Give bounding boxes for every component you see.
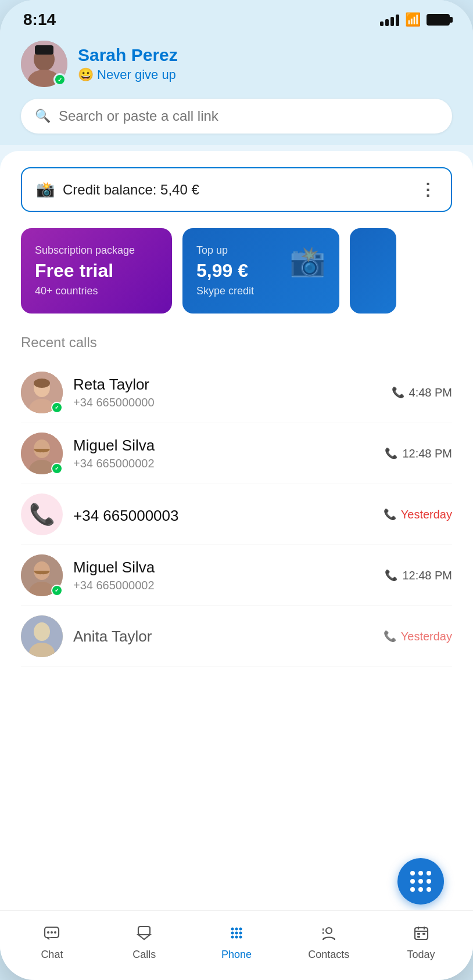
call-time: 📞 Yesterday (384, 508, 452, 521)
call-name: Miguel Silva (73, 437, 374, 455)
svg-rect-34 (322, 932, 324, 934)
call-missed-icon: 📞 (384, 630, 396, 643)
promo-card-header: Top up 5,99 € Skype credit 📸 (196, 244, 325, 297)
call-meta: 📞 4:48 PM (392, 386, 452, 399)
contacts-icon (321, 925, 337, 945)
call-number: +34 665000002 (73, 579, 374, 592)
call-number: +34 665000000 (73, 396, 381, 409)
recent-calls-title: Recent calls (21, 334, 452, 351)
call-avatar (21, 433, 63, 474)
call-meta: 📞 Yesterday (384, 630, 452, 643)
call-avatar (21, 554, 63, 596)
svg-marker-22 (138, 935, 150, 939)
call-avatar: 📞 (21, 493, 63, 535)
search-icon: 🔍 (35, 109, 51, 124)
profile-status: 😀 Never give up (78, 67, 178, 82)
promo-topup-sub: Top up (196, 244, 254, 257)
call-info: Reta Taylor +34 665000000 (73, 376, 381, 409)
svg-rect-41 (417, 936, 420, 938)
call-time: 📞 12:48 PM (385, 569, 452, 582)
call-item[interactable]: Miguel Silva +34 665000002 📞 12:48 PM (21, 545, 452, 606)
svg-point-31 (239, 935, 242, 938)
call-name: Anita Taylor (73, 628, 373, 646)
call-name: Miguel Silva (73, 559, 374, 577)
avatar[interactable] (21, 41, 67, 87)
status-icons: 📶 (380, 12, 450, 27)
svg-point-25 (239, 927, 242, 930)
search-bar[interactable]: 🔍 (21, 99, 452, 134)
profile-info: Sarah Perez 😀 Never give up (78, 45, 178, 82)
svg-rect-3 (35, 45, 53, 55)
call-avatar (21, 615, 63, 657)
profile-row: Sarah Perez 😀 Never give up (21, 41, 452, 87)
credit-icon: 📸 (36, 181, 55, 199)
nav-item-phone[interactable]: Phone (191, 925, 283, 961)
nav-label-chat: Chat (41, 949, 63, 961)
nav-label-contacts: Contacts (308, 949, 349, 961)
nav-item-chat[interactable]: Chat (6, 925, 98, 961)
call-info: Miguel Silva +34 665000002 (73, 437, 374, 470)
call-avatar-phone: 📞 (21, 493, 63, 535)
svg-point-19 (51, 931, 53, 934)
more-options-button[interactable]: ⋮ (420, 180, 437, 199)
call-time: 📞 Yesterday (384, 630, 452, 643)
svg-rect-39 (417, 933, 420, 935)
nav-item-today[interactable]: Today (375, 925, 467, 961)
call-name: Reta Taylor (73, 376, 381, 394)
svg-point-32 (326, 928, 332, 934)
promo-topup-desc: Skype credit (196, 285, 254, 297)
svg-point-15 (34, 622, 50, 641)
battery-icon (427, 14, 450, 26)
svg-rect-33 (322, 928, 324, 931)
call-item[interactable]: Miguel Silva +34 665000002 📞 12:48 PM (21, 423, 452, 484)
call-info: +34 665000003 (73, 505, 373, 525)
promo-card-topup[interactable]: Top up 5,99 € Skype credit 📸 (182, 228, 339, 314)
svg-point-7 (34, 379, 50, 388)
nav-item-calls[interactable]: Calls (98, 925, 191, 961)
call-meta: 📞 12:48 PM (385, 569, 452, 582)
svg-rect-35 (415, 928, 428, 939)
svg-point-20 (54, 931, 56, 934)
promo-sub-label: Subscription package (35, 244, 158, 257)
nav-label-calls: Calls (132, 949, 156, 961)
dialpad-fab-button[interactable] (397, 858, 444, 905)
phone-frame: 8:14 📶 (0, 0, 473, 980)
nav-label-today: Today (407, 949, 435, 961)
call-item[interactable]: 📞 +34 665000003 📞 Yesterday (21, 484, 452, 545)
chat-icon (44, 925, 60, 945)
call-incoming-icon: 📞 (385, 569, 397, 582)
svg-rect-40 (422, 933, 425, 935)
phone-icon (228, 925, 245, 945)
svg-point-18 (47, 931, 49, 934)
call-info: Anita Taylor (73, 628, 373, 646)
promo-card-extra[interactable] (350, 228, 396, 314)
profile-name[interactable]: Sarah Perez (78, 45, 178, 65)
nav-item-contacts[interactable]: Contacts (282, 925, 375, 961)
call-missed-icon: 📞 (384, 508, 396, 521)
online-badge (51, 463, 63, 474)
call-avatar (21, 372, 63, 413)
call-number: +34 665000003 (73, 507, 373, 525)
call-info: Miguel Silva +34 665000002 (73, 559, 374, 592)
call-meta: 📞 Yesterday (384, 508, 452, 521)
main-content: 📸 Credit balance: 5,40 € ⋮ Subscription … (0, 151, 473, 968)
online-badge (51, 402, 63, 413)
svg-rect-21 (138, 927, 150, 935)
call-number: +34 665000002 (73, 457, 374, 470)
promo-title: Free trial (35, 260, 158, 282)
promo-card-subscription[interactable]: Subscription package Free trial 40+ coun… (21, 228, 172, 314)
credit-left: 📸 Credit balance: 5,40 € (36, 181, 199, 199)
call-meta: 📞 12:48 PM (385, 447, 452, 460)
online-badge (51, 585, 63, 596)
svg-point-23 (231, 927, 234, 930)
dialpad-icon (406, 866, 436, 896)
call-item[interactable]: Reta Taylor +34 665000000 📞 4:48 PM (21, 362, 452, 423)
promo-desc: 40+ countries (35, 285, 158, 297)
search-input[interactable] (59, 108, 438, 124)
cash-icon: 📸 (289, 244, 325, 278)
credit-balance-card[interactable]: 📸 Credit balance: 5,40 € ⋮ (21, 167, 452, 212)
call-avatar-image (21, 615, 63, 657)
call-incoming-icon: 📞 (385, 447, 397, 460)
call-item[interactable]: Anita Taylor 📞 Yesterday (21, 606, 452, 667)
svg-point-26 (231, 931, 234, 934)
